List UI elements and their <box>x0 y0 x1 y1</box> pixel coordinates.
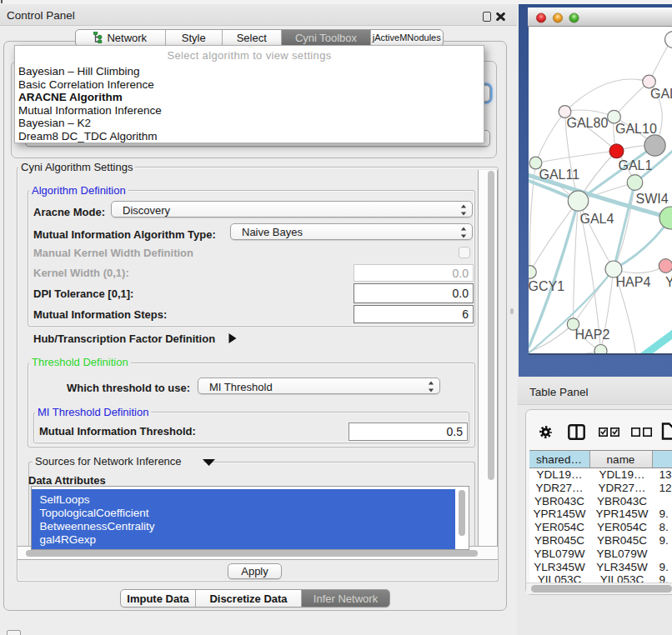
svg-text:GAL: GAL <box>650 87 672 101</box>
svg-text:GAL10: GAL10 <box>615 121 657 135</box>
svg-text:GCY1: GCY1 <box>529 278 564 292</box>
svg-text:HAP2: HAP2 <box>574 328 609 342</box>
svg-text:GAL1: GAL1 <box>618 158 652 172</box>
svg-text:GAL4: GAL4 <box>579 211 614 225</box>
svg-text:Y: Y <box>665 274 672 288</box>
svg-text:GAL11: GAL11 <box>539 167 579 181</box>
svg-text:HAP4: HAP4 <box>615 274 650 288</box>
svg-text:SWI4: SWI4 <box>635 191 668 205</box>
svg-text:GAL80: GAL80 <box>566 116 608 130</box>
